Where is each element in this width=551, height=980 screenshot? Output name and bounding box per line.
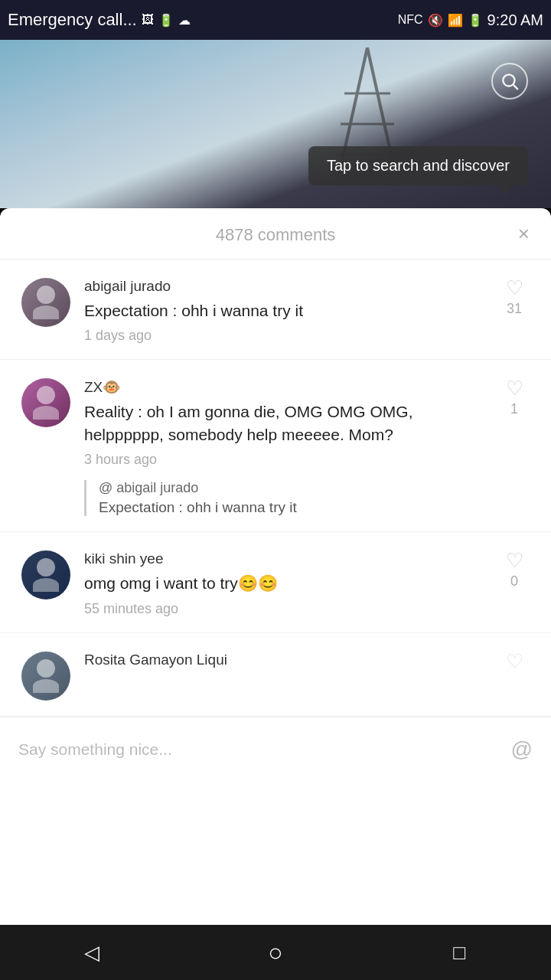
comment-item: Rosita Gamayon Liqui ♡: [0, 633, 551, 717]
comment-time: 3 hours ago: [84, 452, 485, 468]
back-button[interactable]: ◁: [69, 929, 115, 975]
comment-reply: @ abigail jurado Expectation : ohh i wan…: [84, 480, 485, 516]
comment-username: ZX🐵: [84, 378, 485, 396]
comment-item: ZX🐵 Reality : oh I am gonna die, OMG OMG…: [0, 360, 551, 532]
like-area: ♡ 0: [499, 550, 530, 590]
battery-icon: 🔋: [468, 13, 483, 28]
input-bar[interactable]: Say something nice... @: [0, 717, 551, 782]
reply-username: @ abigail jurado: [99, 480, 485, 496]
avatar: [21, 550, 70, 599]
comment-input[interactable]: Say something nice...: [18, 731, 502, 768]
usb-icon: 🔋: [158, 13, 174, 28]
comments-header: 4878 comments ×: [0, 208, 551, 260]
comment-text: omg omg i want to try😊😊: [84, 572, 485, 594]
like-area: ♡ 31: [499, 278, 530, 317]
status-app-name: Emergency call...: [8, 10, 137, 30]
search-icon[interactable]: [491, 63, 528, 100]
like-area: ♡: [499, 652, 530, 671]
heart-icon[interactable]: ♡: [506, 652, 523, 671]
svg-line-6: [514, 85, 518, 90]
comment-username: kiki shin yee: [84, 550, 485, 567]
heart-icon[interactable]: ♡: [506, 378, 523, 398]
comment-username: Rosita Gamayon Liqui: [84, 652, 485, 668]
comment-item: abigail jurado Expectation : ohh i wanna…: [0, 260, 551, 360]
avatar: [21, 378, 70, 427]
comment-body: Rosita Gamayon Liqui: [84, 652, 485, 673]
recents-button[interactable]: □: [436, 929, 482, 975]
status-left: Emergency call... 🖼 🔋 ☁: [8, 10, 191, 30]
avatar: [21, 278, 70, 327]
comment-time: 1 days ago: [84, 328, 485, 344]
cloud-icon: ☁: [178, 13, 191, 28]
comments-count: 4878 comments: [216, 225, 336, 245]
svg-point-5: [503, 74, 514, 86]
comment-time: 55 minutes ago: [84, 601, 485, 617]
status-bar: Emergency call... 🖼 🔋 ☁ NFC 🔇 📶 🔋 9:20 A…: [0, 0, 551, 40]
comment-item: kiki shin yee omg omg i want to try😊😊 55…: [0, 532, 551, 632]
at-icon[interactable]: @: [511, 737, 533, 762]
comment-username: abigail jurado: [84, 278, 485, 295]
photo-icon: 🖼: [142, 13, 154, 27]
comment-body: ZX🐵 Reality : oh I am gonna die, OMG OMG…: [84, 378, 485, 516]
comment-text: Reality : oh I am gonna die, OMG OMG OMG…: [84, 400, 485, 446]
bottom-nav: ◁ ○ □: [0, 925, 551, 980]
home-button[interactable]: ○: [253, 929, 298, 975]
close-button[interactable]: ×: [518, 222, 530, 246]
avatar: [21, 652, 70, 701]
nfc-icon: NFC: [398, 13, 423, 27]
comments-panel: 4878 comments × abigail jurado Expectati…: [0, 208, 551, 980]
heart-icon[interactable]: ♡: [506, 278, 523, 298]
reply-text: Expectation : ohh i wanna try it: [99, 499, 485, 516]
like-count: 1: [510, 401, 518, 417]
status-time: 9:20 AM: [487, 11, 543, 29]
comment-body: abigail jurado Expectation : ohh i wanna…: [84, 278, 485, 344]
wifi-icon: 📶: [448, 13, 463, 28]
status-icons-right: NFC 🔇 📶 🔋 9:20 AM: [398, 11, 543, 29]
tap-search-bubble[interactable]: Tap to search and discover: [308, 146, 528, 185]
like-count: 0: [510, 573, 518, 590]
like-count: 31: [507, 301, 522, 317]
comment-text: Expectation : ohh i wanna try it: [84, 299, 485, 322]
like-area: ♡ 1: [499, 378, 530, 417]
mute-icon: 🔇: [428, 13, 443, 28]
heart-icon[interactable]: ♡: [506, 550, 523, 570]
background-area: Tap to search and discover: [0, 40, 551, 208]
comment-body: kiki shin yee omg omg i want to try😊😊 55…: [84, 550, 485, 616]
